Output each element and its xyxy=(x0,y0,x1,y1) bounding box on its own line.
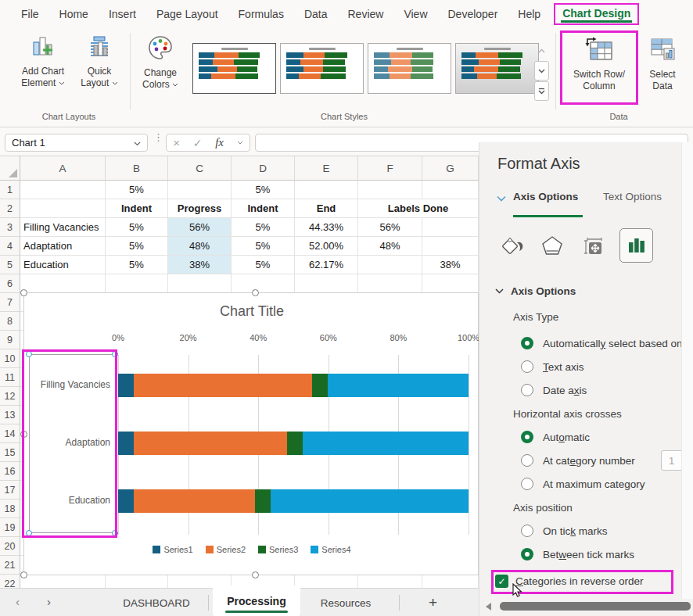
radio-icon[interactable] xyxy=(521,454,533,467)
radio-date-axis[interactable]: Date axis xyxy=(479,378,693,402)
cell-G1[interactable] xyxy=(422,181,479,199)
sheet-tab-dashboard[interactable]: DASHBOARD xyxy=(110,589,203,616)
cell-A2[interactable] xyxy=(20,199,106,218)
row-header-18[interactable]: 18 xyxy=(0,500,20,518)
cell-A1[interactable] xyxy=(20,181,106,199)
radio-selected-icon[interactable] xyxy=(521,337,533,349)
chart-handle-bottom-left[interactable] xyxy=(20,571,27,578)
gallery-scroll-up-button[interactable] xyxy=(534,41,549,60)
cell-F4[interactable]: 48% xyxy=(358,237,422,256)
cell-E6[interactable] xyxy=(295,274,358,293)
row-header-13[interactable]: 13 xyxy=(0,406,20,424)
cell-D2[interactable]: Indent xyxy=(232,199,295,218)
category-axis-selection[interactable] xyxy=(29,354,116,533)
chart-title[interactable]: Chart Title xyxy=(24,303,479,320)
chart-style-thumbnail-2[interactable] xyxy=(280,43,364,94)
radio-icon[interactable] xyxy=(521,525,533,537)
row-header-8[interactable]: 8 xyxy=(0,312,20,331)
menu-file[interactable]: File xyxy=(14,5,46,23)
chart-style-thumbnail-1[interactable] xyxy=(192,43,276,94)
cell-F3[interactable]: 56% xyxy=(358,218,422,237)
chart-handle-top-left[interactable] xyxy=(20,289,27,296)
cell-C5[interactable]: 38% xyxy=(168,256,232,274)
cell-B3[interactable]: 5% xyxy=(106,218,168,237)
formula-bar-grip-icon[interactable]: ⋮ xyxy=(153,135,163,140)
chevron-down-icon[interactable] xyxy=(237,141,243,145)
cell-A5[interactable]: Education xyxy=(20,256,106,274)
menu-review[interactable]: Review xyxy=(341,5,391,23)
cell-C2[interactable]: Progress xyxy=(168,199,232,218)
bar-segment-series3[interactable] xyxy=(312,374,328,397)
sheet-nav-left-icon[interactable]: ‹ xyxy=(16,595,20,608)
add-chart-element-button[interactable]: Add Chart Element xyxy=(13,34,74,89)
cell-C4[interactable]: 48% xyxy=(168,237,232,256)
radio-automatically-select-based-on[interactable]: Automatically select based on xyxy=(479,331,693,355)
gallery-more-button[interactable] xyxy=(534,81,549,101)
cell-E2[interactable]: End xyxy=(295,199,358,218)
bar-segment-series1[interactable] xyxy=(118,374,134,397)
radio-icon[interactable] xyxy=(521,384,533,396)
cell-B1[interactable]: 5% xyxy=(106,181,168,199)
radio-on-tick-marks[interactable]: On tick marks xyxy=(479,519,693,543)
tab-axis-options[interactable]: Axis Options xyxy=(513,191,578,202)
cell-G6[interactable] xyxy=(422,274,479,293)
row-header-5[interactable]: 5 xyxy=(0,256,20,274)
row-header-19[interactable]: 19 xyxy=(0,518,20,537)
cell-B4[interactable]: 5% xyxy=(106,237,168,256)
menu-page-layout[interactable]: Page Layout xyxy=(149,5,225,23)
axis-selection-handle[interactable] xyxy=(112,530,118,536)
sheet-tab-processing[interactable]: Processing xyxy=(213,586,300,616)
chart-handle-top-center[interactable] xyxy=(252,289,259,296)
cell-D6[interactable] xyxy=(232,274,295,293)
menu-insert[interactable]: Insert xyxy=(102,5,143,23)
cell-A6[interactable] xyxy=(20,274,106,293)
column-header-C[interactable]: C xyxy=(168,156,232,181)
cell-B2[interactable]: Indent xyxy=(106,199,168,218)
radio-at-maximum-category[interactable]: At maximum category xyxy=(479,472,693,496)
section-header-axis-options[interactable]: Axis Options xyxy=(479,280,693,302)
row-header-20[interactable]: 20 xyxy=(0,537,20,556)
axis-selection-handle[interactable] xyxy=(26,530,32,536)
bar-adaptation[interactable] xyxy=(118,432,469,455)
bar-education[interactable] xyxy=(118,489,469,513)
bar-filling-vacancies[interactable] xyxy=(118,374,469,397)
add-sheet-button[interactable]: + xyxy=(429,594,437,611)
chart-style-thumbnail-3[interactable] xyxy=(368,43,451,94)
column-header-A[interactable]: A xyxy=(20,156,106,181)
cell-C6[interactable] xyxy=(168,274,232,293)
menu-developer[interactable]: Developer xyxy=(441,5,505,23)
fill-line-icon[interactable] xyxy=(501,235,525,260)
row-header-3[interactable]: 3 xyxy=(0,218,20,237)
size-properties-icon[interactable] xyxy=(581,235,605,260)
radio-at-category-number[interactable]: At category number1 xyxy=(479,449,693,472)
change-colors-button[interactable]: Change Colors xyxy=(135,34,186,91)
column-header-D[interactable]: D xyxy=(232,156,295,181)
bar-segment-series1[interactable] xyxy=(118,432,134,455)
bar-segment-series2[interactable] xyxy=(134,489,255,513)
row-header-14[interactable]: 14 xyxy=(0,424,20,443)
row-header-7[interactable]: 7 xyxy=(0,293,20,312)
row-header-11[interactable]: 11 xyxy=(0,368,20,387)
legend-item-series4[interactable]: Series4 xyxy=(311,545,350,554)
menu-formulas[interactable]: Formulas xyxy=(232,5,291,23)
name-box[interactable]: Chart 1 xyxy=(5,134,148,152)
enter-icon[interactable]: ✓ xyxy=(193,137,203,149)
column-header-F[interactable]: F xyxy=(358,156,422,181)
name-box-chevron-icon[interactable] xyxy=(134,137,141,149)
row-header-21[interactable]: 21 xyxy=(0,556,20,575)
row-header-2[interactable]: 2 xyxy=(0,199,20,218)
bar-segment-series1[interactable] xyxy=(118,489,134,513)
cell-G4[interactable] xyxy=(422,237,479,256)
cell-B5[interactable]: 5% xyxy=(106,256,168,274)
bar-segment-series4[interactable] xyxy=(328,374,469,397)
insert-function-icon[interactable]: fx xyxy=(215,136,224,149)
cell-C3[interactable]: 56% xyxy=(168,218,232,237)
legend-item-series1[interactable]: Series1 xyxy=(153,545,192,554)
cell-G5[interactable]: 38% xyxy=(422,256,479,274)
cell-E5[interactable]: 62.17% xyxy=(295,256,358,274)
chevron-down-icon[interactable] xyxy=(497,195,506,202)
menu-data[interactable]: Data xyxy=(297,5,335,23)
axis-options-icon-selected[interactable] xyxy=(619,228,653,263)
cell-F1[interactable] xyxy=(358,181,422,199)
select-data-button[interactable]: Select Data xyxy=(640,34,685,92)
